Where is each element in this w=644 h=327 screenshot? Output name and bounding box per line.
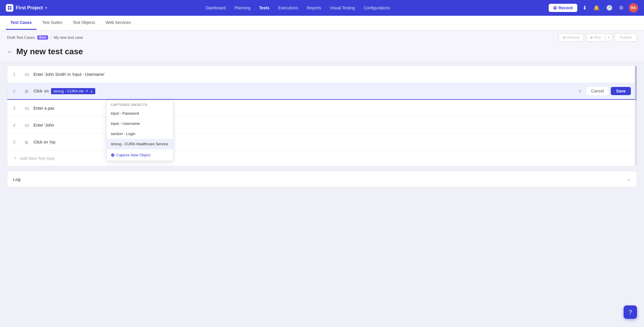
step-on-label: on: [44, 89, 49, 93]
log-label: Log: [13, 177, 627, 182]
back-arrow-icon[interactable]: ←: [7, 48, 13, 55]
step-icon-rectangle: ▭: [25, 105, 34, 111]
record-dot-icon: [553, 6, 557, 10]
add-new-label: Add New Test Step: [20, 156, 55, 161]
step-action-buttons: Cancel Save: [587, 87, 631, 95]
step-number: 4: [13, 123, 25, 127]
main-nav-links: Dashboard Planning Tests Executions Repo…: [54, 4, 541, 12]
log-panel[interactable]: Log ⌄: [7, 171, 637, 187]
tab-web-services[interactable]: Web Services: [101, 16, 135, 30]
object-tag[interactable]: strong - CURA He ✕ ▲: [51, 88, 95, 94]
record-button-label: Record: [559, 6, 573, 10]
breadcrumb-section[interactable]: Draft Test Cases: [7, 35, 35, 40]
tab-test-cases[interactable]: Test Cases: [6, 16, 36, 30]
record-action-label: Record: [567, 35, 580, 40]
dropdown-item-strong-cura[interactable]: strong - CURA Healthcare Service: [107, 139, 173, 149]
test-step-row: 5 ◎ Click on 'inp: [7, 134, 637, 151]
run-button-label: Run: [594, 35, 601, 40]
save-button[interactable]: Save: [611, 87, 631, 95]
test-steps-card: 1 ▭ Enter 'John Smith' in 'input - Usern…: [7, 66, 637, 166]
run-button[interactable]: ▶ Run: [586, 33, 606, 42]
object-tag-text: strong - CURA He: [53, 89, 84, 93]
test-step-row-active: 2 ◎ Click on strong - CURA He ✕ ▲ ✕ Canc…: [7, 83, 637, 100]
object-tag-close-icon[interactable]: ✕: [85, 89, 88, 93]
step2-close-icon[interactable]: ✕: [578, 88, 582, 94]
add-icon: ＋: [13, 155, 18, 161]
dropdown-item-username[interactable]: input - Username: [107, 118, 173, 129]
project-chevron-icon[interactable]: ▾: [45, 6, 47, 10]
record-action-button[interactable]: Record: [558, 33, 584, 42]
publish-button[interactable]: Publish: [615, 33, 637, 42]
run-play-icon: ▶: [591, 36, 593, 39]
history-icon[interactable]: 🕐: [605, 4, 614, 12]
notification-icon[interactable]: 🔔: [592, 4, 601, 12]
avatar[interactable]: RA: [629, 3, 638, 13]
app-logo-icon: [6, 4, 13, 12]
cancel-button[interactable]: Cancel: [587, 87, 609, 95]
capture-new-object-button[interactable]: ⊕ Capture New Object: [107, 149, 173, 161]
sub-navigation: Test Cases Test Suites Test Objects Web …: [0, 16, 644, 30]
dropdown-header: CAPTURED OBJECTS: [107, 100, 173, 108]
download-icon[interactable]: ⬇: [581, 4, 588, 12]
nav-reports[interactable]: Reports: [303, 4, 325, 12]
test-step-row: 1 ▭ Enter 'John Smith' in 'input - Usern…: [7, 66, 637, 83]
settings-icon[interactable]: ⚙: [618, 4, 625, 12]
test-step-row: 4 ▭ Enter 'John: [7, 117, 637, 134]
step-icon-rectangle: ▭: [25, 71, 34, 77]
step-text: Enter 'John Smith' in 'input - Username': [34, 72, 631, 77]
project-logo[interactable]: First Project ▾: [6, 4, 47, 12]
record-button[interactable]: Record: [549, 4, 577, 12]
dropdown-item-password[interactable]: input - Password: [107, 108, 173, 118]
object-tag-chevron-icon[interactable]: ▲: [90, 90, 93, 93]
project-name: First Project: [16, 5, 43, 11]
breadcrumb-right-actions: Record ▶ Run ▾ Publish: [558, 33, 637, 42]
breadcrumb-left: Draft Test Cases Beta / My new test case: [7, 35, 83, 40]
nav-tests[interactable]: Tests: [256, 4, 273, 12]
top-navigation: First Project ▾ Dashboard Planning Tests…: [0, 0, 644, 16]
page-title-bar: ← My new test case: [0, 45, 644, 61]
step-icon-target: ◎: [25, 140, 34, 144]
run-chevron-button[interactable]: ▾: [605, 34, 612, 41]
main-content: 1 ▭ Enter 'John Smith' in 'input - Usern…: [0, 61, 644, 192]
page-title: My new test case: [16, 47, 83, 56]
capture-plus-icon: ⊕: [111, 152, 115, 158]
run-button-group: ▶ Run ▾: [586, 33, 613, 42]
step-number: 5: [13, 140, 25, 144]
tab-test-suites[interactable]: Test Suites: [38, 16, 67, 30]
add-new-step-row[interactable]: ＋ Add New Test Step: [7, 151, 637, 166]
nav-visual-testing[interactable]: Visual Testing: [326, 4, 358, 12]
breadcrumb-separator: /: [50, 35, 52, 40]
scroll-indicator[interactable]: [635, 66, 637, 166]
breadcrumb-bar: Draft Test Cases Beta / My new test case…: [0, 30, 644, 45]
step-number: 1: [13, 72, 25, 77]
tab-test-objects[interactable]: Test Objects: [68, 16, 100, 30]
step-number: 2: [13, 89, 25, 93]
capture-new-label: Capture New Object: [116, 153, 150, 157]
record-action-dot-icon: [563, 36, 566, 39]
beta-badge: Beta: [37, 35, 48, 40]
step-click-label: Click: [34, 89, 42, 93]
nav-right-actions: Record ⬇ 🔔 🕐 ⚙ RA: [549, 3, 638, 13]
log-chevron-icon[interactable]: ⌄: [627, 176, 631, 182]
step-number: 3: [13, 106, 25, 111]
nav-executions[interactable]: Executions: [275, 4, 302, 12]
object-dropdown: CAPTURED OBJECTS input - Password input …: [106, 100, 173, 161]
dropdown-item-login[interactable]: section - Login: [107, 129, 173, 139]
nav-configurations[interactable]: Configurations: [360, 4, 393, 12]
test-step-row: 3 ▭ Enter a pas: [7, 100, 637, 117]
nav-planning[interactable]: Planning: [231, 4, 254, 12]
breadcrumb-page: My new test case: [54, 35, 83, 40]
step-icon-rectangle: ▭: [25, 122, 34, 128]
scroll-thumb: [635, 66, 637, 101]
step-icon-target: ◎: [25, 89, 34, 93]
nav-dashboard[interactable]: Dashboard: [202, 4, 229, 12]
